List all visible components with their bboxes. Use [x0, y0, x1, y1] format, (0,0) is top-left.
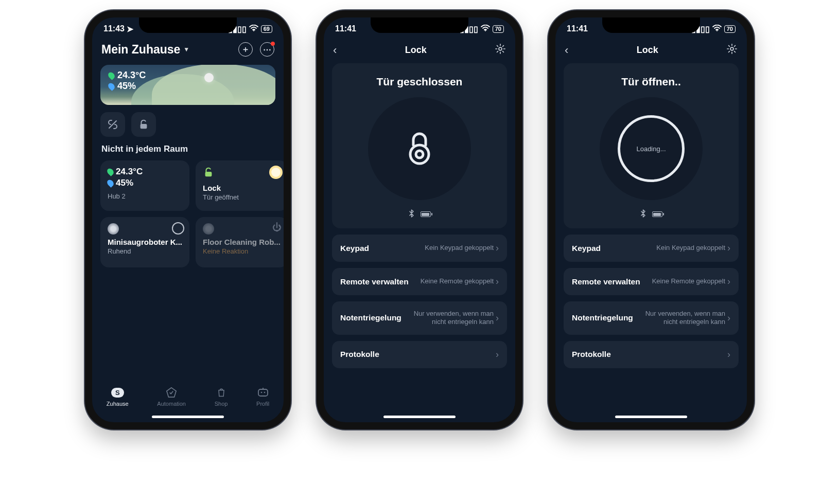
robot2-card[interactable]: ⏻ Floor Cleaning Rob... Keine Reaktion: [196, 217, 284, 267]
robot2-state: Keine Reaktion: [203, 247, 281, 255]
page-title: Lock: [637, 45, 658, 56]
remote-value: Keine Remote gekoppelt: [421, 277, 494, 285]
tab-automation-label: Automation: [157, 401, 186, 407]
tab-home[interactable]: S Zuhause: [107, 386, 129, 407]
robot-icon: [108, 223, 119, 235]
section-title: Nicht in jedem Raum: [101, 144, 275, 154]
hub-card[interactable]: 24.3°C 45% Hub 2: [100, 160, 189, 211]
svg-rect-10: [410, 145, 429, 164]
hub-temp: 24.3°C: [116, 167, 143, 177]
automation-icon: [166, 386, 177, 399]
battery-icon: [421, 211, 431, 217]
phone-home: 11:43 ➤ ▮▮▯▯ 69 Mein Zuhause ▼ ＋ ⋯: [85, 10, 291, 429]
battery-level: 69: [261, 25, 272, 33]
lock-status: Tür öffnen..: [621, 76, 680, 88]
lock-card[interactable]: Lock Tür geöffnet: [196, 160, 284, 211]
notch: [371, 17, 468, 33]
profile-icon: [257, 386, 269, 399]
back-button[interactable]: ‹: [333, 44, 337, 57]
quick-lock-button[interactable]: [131, 112, 156, 137]
remote-label: Remote verwalten: [572, 277, 640, 286]
keypad-value: Kein Keypad gekoppelt: [425, 244, 494, 252]
robot2-name: Floor Cleaning Rob...: [203, 238, 281, 246]
tab-automation[interactable]: Automation: [157, 386, 186, 407]
remote-value: Keine Remote gekoppelt: [652, 277, 725, 285]
svg-point-12: [716, 30, 718, 31]
lock-toggle-button[interactable]: [368, 97, 471, 200]
chevron-right-icon: ›: [496, 276, 499, 287]
phone-lock-closed: 11:41 ▮▮▯▯ 70 ‹ Lock Tür geschlossen: [317, 10, 522, 429]
lock-panel: Tür öffnen.. Loading...: [564, 63, 739, 228]
page-title: Lock: [405, 45, 427, 56]
svg-point-0: [253, 30, 254, 31]
lock-status: Tür geschlossen: [377, 76, 463, 88]
keypad-row[interactable]: Keypad Kein Keypad gekoppelt›: [564, 235, 739, 262]
lock-toggle-button[interactable]: Loading...: [600, 97, 703, 200]
chevron-right-icon: ›: [496, 313, 499, 323]
remote-row[interactable]: Remote verwalten Keine Remote gekoppelt›: [332, 268, 507, 295]
power-icon[interactable]: ⏻: [272, 222, 282, 233]
home-header: Mein Zuhause ▼ ＋ ⋯: [92, 40, 284, 62]
humidity-icon: [106, 178, 115, 188]
notch: [602, 17, 700, 33]
svg-rect-1: [141, 124, 147, 129]
svg-point-6: [264, 392, 265, 393]
logs-row[interactable]: Protokolle ›: [564, 341, 739, 368]
wifi-icon: [249, 24, 258, 33]
battery-level: 70: [493, 25, 504, 33]
svg-rect-4: [258, 389, 268, 396]
wifi-icon: [481, 24, 490, 33]
chevron-right-icon: ›: [496, 243, 499, 254]
loading-text: Loading...: [636, 145, 666, 153]
weather-card[interactable]: 24.3°C 45%: [100, 65, 275, 105]
home-indicator[interactable]: [383, 416, 456, 418]
keypad-row[interactable]: Keypad Kein Keypad gekoppelt›: [332, 235, 507, 262]
robot1-card[interactable]: Minisaugroboter K... Ruhend: [100, 217, 189, 267]
lock-state: Tür geöffnet: [203, 193, 281, 201]
hub-name: Hub 2: [108, 192, 182, 200]
home-title: Mein Zuhause: [101, 43, 180, 57]
emergency-value: Nur verwenden, wenn man nicht entriegeln…: [411, 310, 494, 327]
chevron-right-icon: ›: [727, 349, 730, 360]
lock-panel: Tür geschlossen: [332, 63, 507, 228]
weather-humidity: 45%: [117, 81, 136, 92]
settings-button[interactable]: [726, 43, 738, 57]
tab-home-label: Zuhause: [107, 401, 129, 407]
add-button[interactable]: ＋: [238, 42, 253, 57]
home-title-dropdown[interactable]: Mein Zuhause ▼: [101, 43, 189, 57]
status-time: 11:41: [335, 24, 356, 33]
logs-row[interactable]: Protokolle ›: [332, 341, 507, 368]
chevron-right-icon: ›: [496, 349, 499, 360]
status-time: 11:41: [567, 24, 588, 33]
more-button[interactable]: ⋯: [260, 42, 274, 57]
home-indicator[interactable]: [615, 416, 687, 418]
lock-ring-indicator: [269, 166, 283, 179]
robot1-state: Ruhend: [108, 247, 182, 255]
robot1-toggle[interactable]: [172, 222, 184, 235]
svg-point-8: [485, 30, 486, 31]
keypad-value: Kein Keypad gekoppelt: [656, 244, 725, 252]
quick-unlink-button[interactable]: [100, 112, 125, 137]
notch: [139, 17, 237, 33]
logs-label: Protokolle: [572, 350, 611, 359]
tab-profile[interactable]: Profil: [256, 386, 269, 407]
emergency-label: Notentriegelung: [340, 313, 401, 322]
battery-icon: [652, 211, 662, 217]
svg-rect-2: [205, 172, 212, 176]
lock-open-icon: [203, 167, 281, 181]
hub-humidity: 45%: [116, 178, 133, 188]
svg-point-5: [260, 392, 262, 393]
settings-button[interactable]: [495, 43, 506, 57]
temp-icon: [107, 71, 116, 80]
home-indicator[interactable]: [152, 416, 224, 418]
tab-shop[interactable]: Shop: [215, 386, 228, 407]
loading-ring: Loading...: [618, 115, 685, 182]
emergency-row[interactable]: Notentriegelung Nur verwenden, wenn man …: [332, 301, 507, 335]
back-button[interactable]: ‹: [565, 44, 568, 57]
logs-label: Protokolle: [340, 350, 379, 359]
robot-icon: [203, 223, 214, 235]
emergency-row[interactable]: Notentriegelung Nur verwenden, wenn man …: [564, 301, 739, 335]
chevron-right-icon: ›: [727, 313, 730, 323]
location-icon: ➤: [127, 24, 133, 34]
remote-row[interactable]: Remote verwalten Keine Remote gekoppelt›: [564, 268, 739, 295]
